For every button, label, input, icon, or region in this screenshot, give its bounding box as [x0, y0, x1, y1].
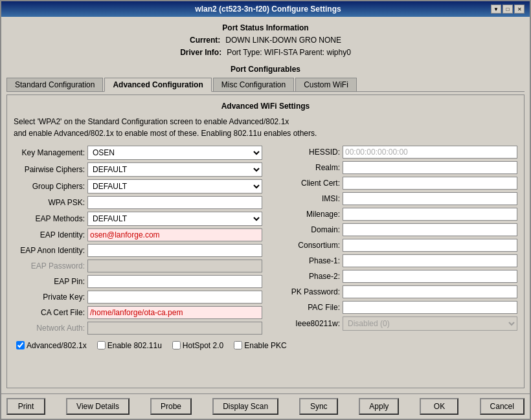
probe-button[interactable]: Probe — [150, 398, 192, 415]
port-status-section: Port Status Information Current: DOWN LI… — [6, 22, 525, 60]
client-cert-input[interactable] — [343, 177, 517, 190]
phase2-input[interactable] — [343, 270, 517, 283]
titlebar: wlan2 (ct523-3n-f20) Configure Settings … — [1, 1, 530, 17]
hotspot20-checkbox[interactable] — [172, 341, 181, 349]
realm-input[interactable] — [343, 161, 517, 174]
current-label: Current: — [190, 34, 220, 47]
phase1-input[interactable] — [343, 254, 517, 267]
panel-title: Advanced WiFi Settings — [14, 102, 517, 111]
pk-password-input[interactable] — [343, 285, 517, 298]
hessid-input[interactable] — [343, 146, 517, 159]
advanced-panel: Advanced WiFi Settings Select 'WPA2' on … — [6, 94, 525, 388]
eap-anon-identity-input[interactable] — [87, 244, 262, 257]
checkboxes-row: Advanced/802.1x Enable 802.11u HotSpot 2… — [14, 338, 517, 353]
network-auth-label: Network Auth: — [14, 324, 85, 333]
phase2-label: Phase-2: — [269, 272, 340, 281]
sync-button[interactable]: Sync — [299, 398, 338, 415]
private-key-input[interactable] — [87, 291, 262, 304]
eap-methods-select-wrapper: DEFAULT PEAP TLS — [87, 212, 262, 226]
driver-label: Driver Info: — [180, 47, 221, 59]
driver-row: Driver Info: Port Type: WIFI-STA Parent:… — [6, 47, 525, 59]
key-management-select[interactable]: OSEN WPA2 NONE — [87, 146, 262, 160]
private-key-row: Private Key: — [14, 291, 262, 304]
window-title: wlan2 (ct523-3n-f20) Configure Settings — [45, 5, 491, 14]
cancel-button[interactable]: Cancel — [480, 398, 525, 415]
eap-anon-identity-label: EAP Anon Identity: — [14, 246, 85, 255]
ok-button[interactable]: OK — [420, 398, 458, 415]
close-button[interactable]: ✕ — [514, 5, 525, 14]
hessid-label: HESSID: — [269, 148, 340, 157]
eap-pin-input[interactable] — [87, 275, 262, 288]
ca-cert-label: CA Cert File: — [14, 308, 85, 317]
network-auth-row: Network Auth: — [14, 322, 262, 335]
pac-file-input[interactable] — [343, 301, 517, 314]
phase1-label: Phase-1: — [269, 256, 340, 265]
eap-pin-row: EAP Pin: — [14, 275, 262, 288]
pk-password-row: PK Password: — [269, 285, 517, 298]
eap-identity-input[interactable] — [87, 228, 262, 241]
apply-button[interactable]: Apply — [359, 398, 399, 415]
group-ciphers-select[interactable]: DEFAULT CCMP TKIP — [87, 179, 262, 193]
tab-advanced[interactable]: Advanced Configuration — [104, 78, 211, 92]
adv8021x-checkbox[interactable] — [16, 341, 25, 349]
eap-pin-label: EAP Pin: — [14, 277, 85, 286]
pairwise-ciphers-select[interactable]: DEFAULT CCMP TKIP — [87, 162, 262, 177]
client-cert-row: Client Cert: — [269, 177, 517, 190]
eap-password-input — [87, 260, 262, 272]
current-row: Current: DOWN LINK-DOWN GRO NONE — [6, 34, 525, 47]
enablepkc-checkbox[interactable] — [234, 341, 242, 349]
port-configurables-heading: Port Configurables — [6, 65, 525, 74]
key-management-row: Key Management: OSEN WPA2 NONE — [14, 146, 262, 160]
group-ciphers-select-wrapper: DEFAULT CCMP TKIP — [87, 179, 262, 193]
realm-label: Realm: — [269, 163, 340, 172]
pairwise-ciphers-row: Pairwise Ciphers: DEFAULT CCMP TKIP — [14, 162, 262, 177]
titlebar-buttons: ▼ □ ✕ — [491, 5, 525, 14]
pairwise-ciphers-select-wrapper: DEFAULT CCMP TKIP — [87, 162, 262, 177]
hessid-row: HESSID: — [269, 146, 517, 159]
domain-input[interactable] — [343, 223, 517, 236]
enable80211u-checkbox[interactable] — [97, 341, 106, 349]
domain-row: Domain: — [269, 223, 517, 236]
phase2-row: Phase-2: — [269, 270, 517, 283]
eap-password-label: EAP Password: — [14, 261, 85, 271]
maximize-button[interactable]: □ — [503, 5, 513, 14]
private-key-label: Private Key: — [14, 293, 85, 302]
left-column: Key Management: OSEN WPA2 NONE Pairwise … — [14, 146, 262, 335]
wpa-psk-input[interactable] — [87, 196, 262, 209]
hotspot20-label: HotSpot 2.0 — [183, 341, 223, 350]
enable80211u-label: Enable 802.11u — [107, 341, 162, 350]
domain-label: Domain: — [269, 225, 340, 234]
eap-methods-select[interactable]: DEFAULT PEAP TLS — [87, 212, 262, 226]
pairwise-ciphers-label: Pairwise Ciphers: — [14, 165, 85, 174]
panel-notice: Select 'WPA2' on the Standard Configurat… — [14, 116, 517, 139]
eap-password-row: EAP Password: — [14, 260, 262, 272]
pac-file-label: PAC File: — [269, 303, 340, 312]
milenage-label: Milenage: — [269, 210, 340, 219]
form-grid: Key Management: OSEN WPA2 NONE Pairwise … — [14, 146, 517, 335]
right-column: HESSID: Realm: Client Cert: IMSI: — [269, 146, 517, 335]
pk-password-label: PK Password: — [269, 287, 340, 296]
tab-misc[interactable]: Misc Configuration — [213, 78, 294, 91]
tab-standard[interactable]: Standard Configuration — [6, 78, 103, 91]
phase1-row: Phase-1: — [269, 254, 517, 267]
milenage-row: Milenage: — [269, 208, 517, 221]
milenage-input[interactable] — [343, 208, 517, 221]
ca-cert-input[interactable] — [87, 306, 262, 319]
print-button[interactable]: Print — [6, 398, 45, 415]
imsi-row: IMSI: — [269, 192, 517, 205]
key-management-label: Key Management: — [14, 148, 85, 157]
network-auth-input — [87, 322, 262, 335]
tab-custom-wifi[interactable]: Custom WiFi — [295, 78, 357, 91]
enablepkc-label: Enable PKC — [244, 341, 286, 350]
imsi-input[interactable] — [343, 192, 517, 205]
view-details-button[interactable]: View Details — [66, 398, 130, 415]
consortium-input[interactable] — [343, 239, 517, 252]
minimize-button[interactable]: ▼ — [491, 5, 501, 14]
display-scan-button[interactable]: Display Scan — [212, 398, 278, 415]
ieee80211w-select: Disabled (0) Optional (1) Required (2) — [343, 316, 517, 331]
eap-identity-label: EAP Identity: — [14, 230, 85, 239]
imsi-label: IMSI: — [269, 194, 340, 203]
eap-methods-label: EAP Methods: — [14, 214, 85, 223]
ca-cert-row: CA Cert File: — [14, 306, 262, 319]
wpa-psk-label: WPA PSK: — [14, 198, 85, 207]
